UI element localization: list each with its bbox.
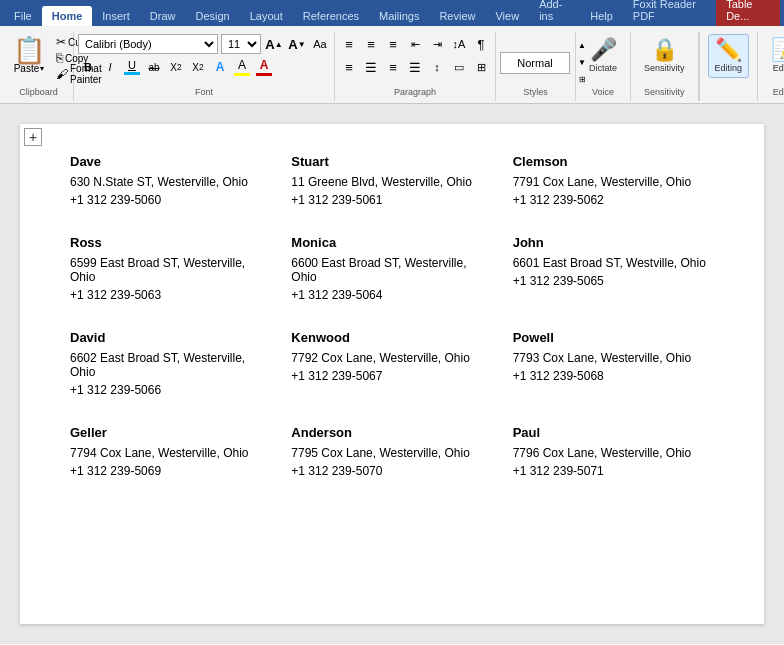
contact-name-0: Dave: [70, 154, 271, 169]
styles-selector[interactable]: Normal: [500, 52, 570, 74]
tab-table-design[interactable]: Table De...: [716, 0, 780, 26]
contact-phone-5: +1 312 239-5065: [513, 274, 714, 288]
decrease-indent-button[interactable]: ⇤: [405, 34, 425, 54]
contact-name-7: Kenwood: [291, 330, 492, 345]
editing-button[interactable]: ✏️ Editing: [708, 34, 750, 78]
dictate-button[interactable]: 🎤 Dictate: [584, 34, 622, 78]
contact-address-3: 6599 East Broad ST, Westerville, Ohio: [70, 256, 271, 284]
paste-label: Paste: [14, 63, 40, 74]
contact-name-9: Geller: [70, 425, 271, 440]
dictate-label: Dictate: [589, 63, 617, 73]
text-effects-button[interactable]: A: [210, 57, 230, 77]
contact-cell-3: Ross 6599 East Broad ST, Westerville, Oh…: [60, 225, 281, 320]
contact-address-10: 7795 Cox Lane, Westerville, Ohio: [291, 446, 492, 460]
numbering-button[interactable]: ≡: [361, 34, 381, 54]
contact-name-5: John: [513, 235, 714, 250]
ribbon: 📋 Paste ▾ ✂ Cut ⎘ Copy: [0, 26, 784, 104]
contact-name-10: Anderson: [291, 425, 492, 440]
align-left-button[interactable]: ≡: [339, 57, 359, 77]
paragraph-bottom-row: ≡ ☰ ≡ ☰ ↕ ▭ ⊞: [339, 57, 491, 77]
contact-cell-2: Clemson 7791 Cox Lane, Westerville, Ohio…: [503, 144, 724, 225]
sensitivity-label: Sensitivity: [644, 63, 685, 73]
grow-font-button[interactable]: A▲: [264, 34, 284, 54]
editor-group: 📝 Editor Editor: [758, 32, 784, 101]
sensitivity-icon: 🔒: [651, 39, 678, 61]
bullets-button[interactable]: ≡: [339, 34, 359, 54]
font-family-select[interactable]: Calibri (Body): [78, 34, 218, 54]
paste-dropdown-arrow[interactable]: ▾: [40, 64, 44, 73]
voice-group: 🎤 Dictate Voice: [576, 32, 631, 101]
tab-references[interactable]: References: [293, 6, 369, 26]
italic-button[interactable]: I: [100, 57, 120, 77]
line-spacing-button[interactable]: ↕: [427, 57, 447, 77]
tab-mailings[interactable]: Mailings: [369, 6, 429, 26]
shrink-font-button[interactable]: A▼: [287, 34, 307, 54]
contact-grid: Dave 630 N.State ST, Westerville, Ohio +…: [60, 144, 724, 496]
paste-button[interactable]: 📋 Paste ▾: [8, 34, 50, 82]
sensitivity-group: 🔒 Sensitivity Sensitivity: [631, 32, 699, 101]
contact-address-7: 7792 Cox Lane, Westerville, Ohio: [291, 351, 492, 365]
multilevel-list-button[interactable]: ≡: [383, 34, 403, 54]
align-center-button[interactable]: ☰: [361, 57, 381, 77]
align-right-button[interactable]: ≡: [383, 57, 403, 77]
tab-foxit[interactable]: Foxit Reader PDF: [623, 0, 716, 26]
contact-cell-9: Geller 7794 Cox Lane, Westerville, Ohio …: [60, 415, 281, 496]
tab-view[interactable]: View: [485, 6, 529, 26]
change-case-button[interactable]: Aa: [310, 34, 330, 54]
show-hide-button[interactable]: ¶: [471, 34, 491, 54]
contact-address-0: 630 N.State ST, Westerville, Ohio: [70, 175, 271, 189]
document-area: + Dave 630 N.State ST, Westerville, Ohio…: [0, 104, 784, 644]
strikethrough-button[interactable]: ab: [144, 57, 164, 77]
contact-address-4: 6600 East Broad ST, Westerville, Ohio: [291, 256, 492, 284]
font-top-row: Calibri (Body) 11 A▲ A▼ Aa: [78, 34, 330, 54]
highlight-button[interactable]: A: [232, 57, 252, 77]
font-size-select[interactable]: 11: [221, 34, 261, 54]
shading-button[interactable]: ▭: [449, 57, 469, 77]
justify-button[interactable]: ☰: [405, 57, 425, 77]
contact-cell-10: Anderson 7795 Cox Lane, Westerville, Ohi…: [281, 415, 502, 496]
contact-address-11: 7796 Cox Lane, Westerville, Ohio: [513, 446, 714, 460]
contact-cell-5: John 6601 East Broad ST, Westville, Ohio…: [503, 225, 724, 320]
clipboard-label: Clipboard: [8, 87, 69, 99]
tab-insert[interactable]: Insert: [92, 6, 140, 26]
sensitivity-button[interactable]: 🔒 Sensitivity: [639, 34, 690, 78]
voice-label: Voice: [592, 87, 614, 99]
borders-button[interactable]: ⊞: [471, 57, 491, 77]
font-group: Calibri (Body) 11 A▲ A▼ Aa B I U ab X2 X…: [74, 32, 335, 101]
contact-phone-4: +1 312 239-5064: [291, 288, 492, 302]
font-color-button[interactable]: A: [254, 57, 274, 77]
superscript-button[interactable]: X2: [188, 57, 208, 77]
styles-group: Normal ▲ ▼ ⊞ Styles: [496, 32, 576, 101]
contact-address-8: 7793 Cox Lane, Westerville, Ohio: [513, 351, 714, 365]
add-table-button[interactable]: +: [24, 128, 42, 146]
editor-group-label: Editor: [773, 87, 784, 99]
tab-design[interactable]: Design: [185, 6, 239, 26]
clipboard-group: 📋 Paste ▾ ✂ Cut ⎘ Copy: [4, 32, 74, 101]
editor-icon: 📝: [771, 39, 784, 61]
editor-button[interactable]: 📝 Editor: [766, 34, 784, 78]
copy-icon: ⎘: [56, 51, 63, 65]
underline-button[interactable]: U: [122, 57, 142, 77]
tab-help[interactable]: Help: [580, 6, 623, 26]
tab-draw[interactable]: Draw: [140, 6, 186, 26]
tab-addins[interactable]: Add-ins: [529, 0, 580, 26]
font-bottom-row: B I U ab X2 X2 A A A: [78, 57, 330, 77]
bold-button[interactable]: B: [78, 57, 98, 77]
contact-phone-9: +1 312 239-5069: [70, 464, 271, 478]
paragraph-top-row: ≡ ≡ ≡ ⇤ ⇥ ↕A ¶: [339, 34, 491, 54]
tab-file[interactable]: File: [4, 6, 42, 26]
sort-button[interactable]: ↕A: [449, 34, 469, 54]
subscript-button[interactable]: X2: [166, 57, 186, 77]
paste-icon: 📋: [13, 37, 45, 63]
contact-phone-3: +1 312 239-5063: [70, 288, 271, 302]
increase-indent-button[interactable]: ⇥: [427, 34, 447, 54]
tab-review[interactable]: Review: [429, 6, 485, 26]
contact-cell-4: Monica 6600 East Broad ST, Westerville, …: [281, 225, 502, 320]
tab-layout[interactable]: Layout: [240, 6, 293, 26]
microphone-icon: 🎤: [590, 39, 617, 61]
contact-address-5: 6601 East Broad ST, Westville, Ohio: [513, 256, 714, 270]
contact-phone-1: +1 312 239-5061: [291, 193, 492, 207]
contact-phone-2: +1 312 239-5062: [513, 193, 714, 207]
tab-home[interactable]: Home: [42, 6, 93, 26]
contact-address-9: 7794 Cox Lane, Westerville, Ohio: [70, 446, 271, 460]
